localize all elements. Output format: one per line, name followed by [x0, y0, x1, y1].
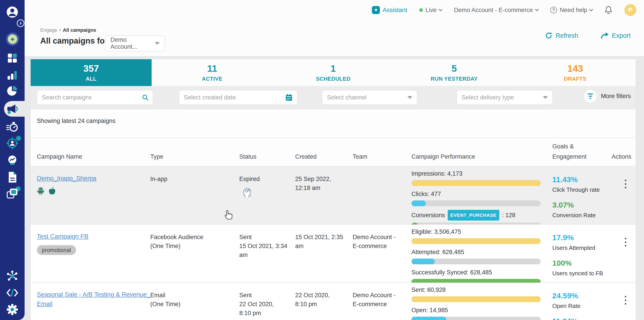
- audience-target-icon[interactable]: [6, 137, 18, 150]
- predictions-crystal-ball-icon[interactable]: [6, 155, 18, 167]
- goals-engagement: 24.59% Open Rate 11.34%: [552, 291, 617, 320]
- campaign-link[interactable]: Test Campaign FB: [37, 233, 88, 240]
- create-campaign-button[interactable]: +: [6, 33, 19, 45]
- breadcrumb-parent[interactable]: Engage >: [40, 27, 62, 33]
- tab-drafts-count: 143: [567, 63, 583, 74]
- table-row[interactable]: Demo_Inapp_Sherpa In-app Expired 25 Sep …: [31, 166, 636, 225]
- created-date-placeholder: Select created date: [184, 94, 236, 101]
- user-avatar[interactable]: P: [624, 4, 636, 16]
- column-campaign-performance: Campaign Performance: [412, 153, 475, 160]
- live-status-dot-icon: [419, 8, 423, 12]
- tab-active-label: ACTIVE: [202, 76, 222, 82]
- more-filters-label: More filters: [601, 93, 631, 100]
- tab-scheduled[interactable]: 1 SCHEDULED: [272, 59, 394, 86]
- assistant-button[interactable]: ✦ Assistant: [372, 6, 407, 14]
- goal-label: Users synced to FB: [552, 269, 617, 278]
- progress-bar: [412, 200, 541, 206]
- dashboard-grid-icon[interactable]: [7, 53, 18, 64]
- avatar-initial: P: [628, 7, 632, 14]
- developer-code-icon[interactable]: [6, 288, 19, 299]
- android-icon: [37, 187, 44, 195]
- refresh-button[interactable]: Refresh: [545, 32, 578, 39]
- export-button[interactable]: Export: [600, 32, 630, 39]
- integrations-hub-icon[interactable]: [6, 270, 18, 283]
- campaigns-megaphone-icon[interactable]: [6, 103, 18, 116]
- settings-gear-icon[interactable]: [6, 304, 18, 317]
- search-input[interactable]: [42, 94, 142, 101]
- team-line: E-commerce: [353, 300, 396, 309]
- account-selector[interactable]: Demo Account - E-commerce: [454, 7, 538, 14]
- analytics-bars-icon[interactable]: [7, 70, 18, 81]
- goal-value: 100%: [552, 259, 617, 268]
- timer-icon[interactable]: [6, 121, 18, 134]
- row-actions-menu[interactable]: [622, 293, 630, 307]
- more-filters-button[interactable]: More filters: [584, 89, 631, 103]
- content-cards-icon[interactable]: [6, 188, 18, 200]
- type-value: Email: [150, 291, 180, 300]
- account-dropdown-value: Demo Account...: [110, 36, 155, 50]
- user-avatar-icon[interactable]: [6, 6, 18, 19]
- column-goals-line2: Engagement: [552, 153, 586, 160]
- metric-label: Eligible: 3,506,475: [412, 227, 461, 236]
- goals-engagement: 17.9% Users Attempted 100% Users synced …: [552, 233, 617, 284]
- environment-label: Live: [426, 7, 437, 14]
- channel-placeholder: Select channel: [327, 94, 366, 101]
- tab-scheduled-label: SCHEDULED: [316, 76, 350, 82]
- chevron-right-icon: [19, 22, 22, 25]
- tab-active[interactable]: 11 ACTIVE: [152, 59, 272, 86]
- campaign-link[interactable]: Seasonal Sale - A/B Testing & Revenue_ E…: [37, 290, 150, 309]
- column-goals-line1: Goals &: [552, 143, 574, 150]
- type-value: (One Time): [150, 242, 203, 251]
- account-label: Demo Account - E-commerce: [454, 7, 533, 14]
- tab-run-yesterday-label: RUN YESTERDAY: [431, 76, 478, 82]
- plus-icon: +: [8, 34, 17, 44]
- search-campaigns-box[interactable]: [37, 90, 153, 105]
- status-tabs: 357 ALL 11 ACTIVE 1 SCHEDULED 5 RUN YEST…: [31, 59, 636, 86]
- campaign-name-line: Seasonal Sale - A/B Testing & Revenue_: [37, 290, 150, 299]
- table-row[interactable]: Seasonal Sale - A/B Testing & Revenue_ E…: [31, 283, 636, 320]
- progress-bar: [412, 259, 541, 264]
- account-dropdown[interactable]: Demo Account...: [105, 35, 165, 51]
- table-row[interactable]: Test Campaign FB promotional Facebook Au…: [31, 225, 636, 283]
- apple-icon: [48, 187, 56, 195]
- created-line: am: [295, 242, 343, 251]
- export-label: Export: [612, 32, 630, 39]
- search-icon[interactable]: [142, 94, 148, 101]
- campaign-tag: promotional: [37, 245, 76, 255]
- metric-label: Open: 14,985: [412, 306, 448, 315]
- metric-label: Successfully Synced: 628,485: [412, 268, 492, 277]
- created-date-select[interactable]: Select created date: [179, 90, 298, 105]
- goal-label: Open Rate: [552, 302, 617, 311]
- environment-selector[interactable]: Live: [419, 7, 442, 14]
- breadcrumb[interactable]: Engage > All campaigns: [40, 27, 96, 33]
- sidebar-collapse-button[interactable]: [17, 19, 24, 27]
- row-actions-menu[interactable]: [622, 177, 630, 191]
- column-type: Type: [150, 153, 164, 160]
- notifications-button[interactable]: [605, 6, 612, 14]
- channel-select[interactable]: Select channel: [322, 90, 417, 105]
- tab-drafts-label: DRAFTS: [564, 76, 586, 82]
- campaign-performance: Sent: 60,928 Open: 14,985: [412, 285, 541, 320]
- tab-run-yesterday[interactable]: 5 RUN YESTERDAY: [394, 59, 515, 86]
- status-value: Expired: [239, 175, 260, 183]
- funnel-icon: [584, 89, 597, 103]
- type-value: In-app: [150, 175, 168, 183]
- delivery-type-select[interactable]: Select delivery type: [456, 90, 553, 105]
- need-help-menu[interactable]: ? Need help: [550, 7, 592, 14]
- tab-drafts[interactable]: 143 DRAFTS: [515, 59, 636, 86]
- created-line: 25 Sep 2022,: [295, 175, 331, 183]
- row-actions-menu[interactable]: [622, 235, 630, 249]
- pie-chart-icon[interactable]: [7, 85, 18, 97]
- chevron-down-icon: [439, 7, 442, 11]
- campaign-link[interactable]: Demo_Inapp_Sherpa: [37, 175, 96, 182]
- status-line: 15 Oct 2021, 3:34: [239, 242, 287, 251]
- metric-label: Impressions: 4,173: [412, 169, 462, 178]
- tab-all-label: ALL: [86, 76, 96, 82]
- campaigns-card: 357 ALL 11 ACTIVE 1 SCHEDULED 5 RUN YEST…: [31, 59, 636, 320]
- tab-all[interactable]: 357 ALL: [31, 59, 152, 86]
- templates-document-icon[interactable]: [8, 171, 17, 184]
- table-header: Campaign Name Type Status Created Team C…: [31, 138, 636, 166]
- metric-label: Conversions: [412, 211, 445, 220]
- refresh-icon: [545, 32, 552, 39]
- results-summary: Showing latest 24 campaigns: [31, 109, 636, 138]
